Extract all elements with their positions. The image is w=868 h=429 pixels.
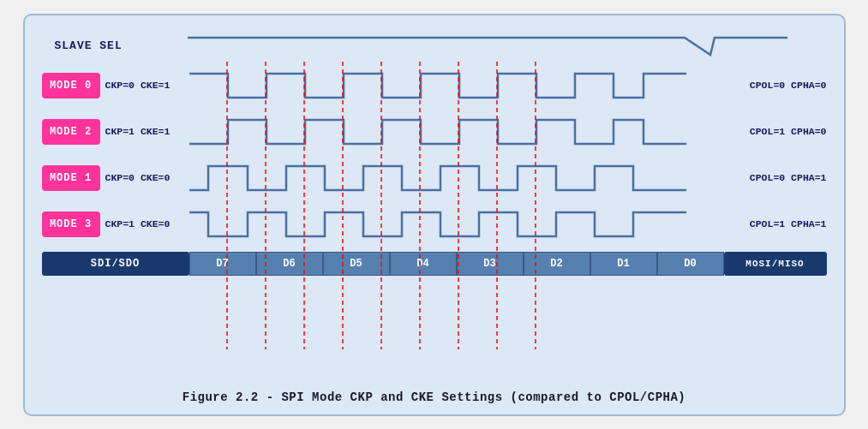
slave-sel-row: SLAVE SEL xyxy=(188,31,818,62)
mode2-cpol: CPOL=1 CPHA=0 xyxy=(715,126,827,137)
bit-d6: D6 xyxy=(256,252,323,276)
mode0-ckp: CKP=0 CKE=1 xyxy=(105,80,189,91)
mode1-wave xyxy=(189,156,710,200)
mode0-wave xyxy=(189,63,710,108)
bit-d3: D3 xyxy=(457,252,524,276)
wave-row-mode1: MODE 1 CKP=0 CKE=0 CPOL=0 CPHA=1 xyxy=(42,156,827,200)
wave-row-mode0: MODE 0 CKP=0 CKE=1 CPOL=0 CPHA=0 xyxy=(42,63,827,108)
mode3-badge: MODE 3 xyxy=(42,212,100,237)
bit-d4: D4 xyxy=(390,252,457,276)
mode2-badge: MODE 2 xyxy=(42,119,100,145)
bit-d1: D1 xyxy=(590,252,657,276)
figure-caption: Figure 2.2 - SPI Mode CKP and CKE Settin… xyxy=(42,390,827,404)
mode1-badge: MODE 1 xyxy=(42,165,100,191)
mode2-wave xyxy=(189,110,710,154)
mode3-ckp: CKP=1 CKE=0 xyxy=(105,218,189,229)
mode0-cpol: CPOL=0 CPHA=0 xyxy=(715,80,827,91)
mode0-badge: MODE 0 xyxy=(42,73,100,98)
mosi-miso-label: MOSI/MISO xyxy=(724,252,827,276)
sdi-sdo-label: SDI/SDO xyxy=(42,252,189,276)
diagram-container: SLAVE SEL MODE 0 CKP=0 CKE=1 xyxy=(23,14,846,416)
slave-sel-label: SLAVE SEL xyxy=(55,39,123,52)
mode2-ckp: CKP=1 CKE=1 xyxy=(105,126,189,137)
wave-rows: MODE 0 CKP=0 CKE=1 CPOL=0 CPHA=0 MODE 2 … xyxy=(42,63,827,247)
mode3-wave xyxy=(189,202,710,247)
mode1-cpol: CPOL=0 CPHA=1 xyxy=(715,172,827,183)
wave-row-mode2: MODE 2 CKP=1 CKE=1 CPOL=1 CPHA=0 xyxy=(42,110,827,154)
bit-d5: D5 xyxy=(323,252,390,276)
wave-row-mode3: MODE 3 CKP=1 CKE=0 CPOL=1 CPHA=1 xyxy=(42,202,827,247)
slave-sel-wave xyxy=(188,31,818,62)
bit-d7: D7 xyxy=(189,252,256,276)
mode3-cpol: CPOL=1 CPHA=1 xyxy=(715,218,827,229)
data-row: SDI/SDO D7 D6 D5 D4 D3 D2 D1 D0 MOSI/MIS… xyxy=(42,252,827,276)
bit-d2: D2 xyxy=(524,252,590,276)
diagram-area: SLAVE SEL MODE 0 CKP=0 CKE=1 xyxy=(42,31,827,382)
data-bits: D7 D6 D5 D4 D3 D2 D1 D0 xyxy=(189,252,724,276)
mode1-ckp: CKP=0 CKE=0 xyxy=(105,172,189,183)
bit-d0: D0 xyxy=(657,252,724,276)
